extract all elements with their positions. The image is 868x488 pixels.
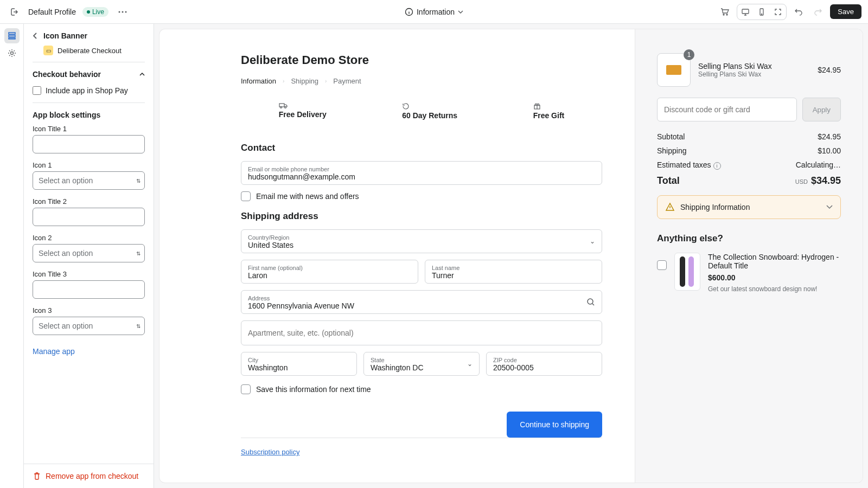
city-field[interactable]: City [241,352,357,376]
field-icon-title-1: Icon Title 1 [24,125,154,161]
app-name: Deliberate Checkout [58,47,122,55]
cart-qty-badge: 1 [684,49,694,60]
cart-price: $24.95 [818,66,841,74]
app-name-row: ▭ Deliberate Checkout [24,46,154,62]
icon-2-select[interactable]: Select an option [33,244,145,262]
sidebar-title: Icon Banner [43,31,87,40]
rail [0,24,24,488]
field-icon-3: Icon 3 Select an option⇅ [24,306,154,343]
state-field[interactable]: State Washington DC ⌄ [363,352,480,376]
remove-app-button[interactable]: Remove app from checkout [24,464,154,488]
cart-icon[interactable] [717,4,732,20]
label: Icon 1 [33,161,145,169]
search-icon [586,298,595,306]
svg-rect-11 [9,38,15,39]
chevron-down-icon: ⌄ [590,237,595,245]
product-image [666,65,681,75]
zip-label: ZIP code [493,357,595,363]
mobile-icon[interactable] [754,4,770,20]
cart-item: 1 Selling Plans Ski Wax Selling Plans Sk… [657,53,841,87]
info-icon[interactable]: i [713,162,721,170]
save-button[interactable]: Save [830,4,861,19]
apartment-field[interactable] [241,320,602,345]
addr-label: Address [248,295,595,301]
page-title[interactable]: Information [417,8,455,16]
warning-icon [665,202,675,212]
discount-input[interactable] [657,98,797,121]
settings-header: App block settings [24,103,154,125]
label: Icon Title 1 [33,125,145,133]
trash-icon [33,472,41,480]
country-field[interactable]: Country/Region United States ⌄ [241,229,602,253]
state-value: Washington DC [371,363,473,372]
more-icon[interactable] [115,4,130,20]
fullscreen-icon[interactable] [770,4,786,20]
cart-variant: Selling Plans Ski Wax [698,70,810,78]
apartment-input[interactable] [248,329,595,337]
news-label: Email me with news and offers [256,192,359,201]
save-info-row[interactable]: Save this information for next time [241,384,602,394]
subscription-policy-link[interactable]: Subscription policy [241,448,299,456]
include-checkbox[interactable] [33,86,41,95]
address-field[interactable]: Address [241,290,602,314]
news-checkbox-row[interactable]: Email me with news and offers [241,191,602,201]
checkbox[interactable] [241,384,251,394]
sidebar: Icon Banner ▭ Deliberate Checkout Checko… [24,24,154,488]
icon-title-2-input[interactable] [33,208,145,226]
banner-text: 60 Day Returns [402,111,457,120]
addr-input[interactable] [248,301,595,310]
upsell-info: The Collection Snowboard: Hydrogen - Def… [708,253,841,293]
email-field[interactable]: Email or mobile phone number [241,161,602,185]
zip-field[interactable]: ZIP code [486,352,602,376]
apply-button[interactable]: Apply [802,98,841,121]
icon-banner: Free Delivery 60 Day Returns Free Gift [241,98,602,133]
chevron-down-icon[interactable] [458,10,463,14]
exit-icon[interactable] [7,4,22,20]
field-icon-2: Icon 2 Select an option⇅ [24,234,154,270]
cart-name: Selling Plans Ski Wax [698,62,810,70]
icon-title-1-input[interactable] [33,135,145,153]
undo-icon[interactable] [791,4,806,20]
first-name-field[interactable]: First name (optional) [241,260,418,284]
device-switcher [737,4,787,20]
back-icon[interactable] [33,33,38,39]
shipping-alert[interactable]: Shipping Information [657,195,841,219]
crumb-information[interactable]: Information [241,77,276,85]
crumb-shipping: Shipping [291,77,318,85]
settings-title: App block settings [33,111,100,119]
icon-1-select[interactable]: Select an option [33,171,145,190]
icon-3-select[interactable]: Select an option [33,317,145,335]
live-badge: Live [82,7,108,17]
shipping-value: $10.00 [818,146,841,155]
total-value: USD$34.95 [795,175,841,187]
last-name-field[interactable]: Last name [425,260,602,284]
last-input[interactable] [432,271,595,280]
desktop-icon[interactable] [737,4,754,20]
total-line: Total USD$34.95 [657,175,841,187]
upsell-checkbox[interactable] [657,260,667,270]
banner-item: Free Gift [533,102,565,120]
city-input[interactable] [248,363,350,372]
manage-app-link[interactable]: Manage app [24,343,154,360]
include-shop-pay-row[interactable]: Include app in Shop Pay [24,84,154,102]
icon-title-3-input[interactable] [33,280,145,299]
checkbox[interactable] [241,191,251,201]
upsell-item: The Collection Snowboard: Hydrogen - Def… [657,253,841,293]
topbar-center: Information [405,8,463,16]
country-label: Country/Region [248,234,595,241]
truck-icon [279,102,327,109]
email-input[interactable] [248,172,595,181]
zip-input[interactable] [493,363,595,372]
sections-icon[interactable] [4,28,20,43]
chevron-up-icon [139,73,145,76]
svg-rect-18 [680,256,685,287]
continue-button[interactable]: Continue to shipping [507,412,602,438]
banner-item: 60 Day Returns [402,102,457,120]
redo-icon[interactable] [810,4,826,20]
behavior-header[interactable]: Checkout behavior [24,62,154,84]
svg-point-2 [125,11,126,12]
first-input[interactable] [248,271,411,280]
settings-icon[interactable] [4,46,20,61]
country-value: United States [248,241,595,249]
svg-point-0 [118,11,120,12]
